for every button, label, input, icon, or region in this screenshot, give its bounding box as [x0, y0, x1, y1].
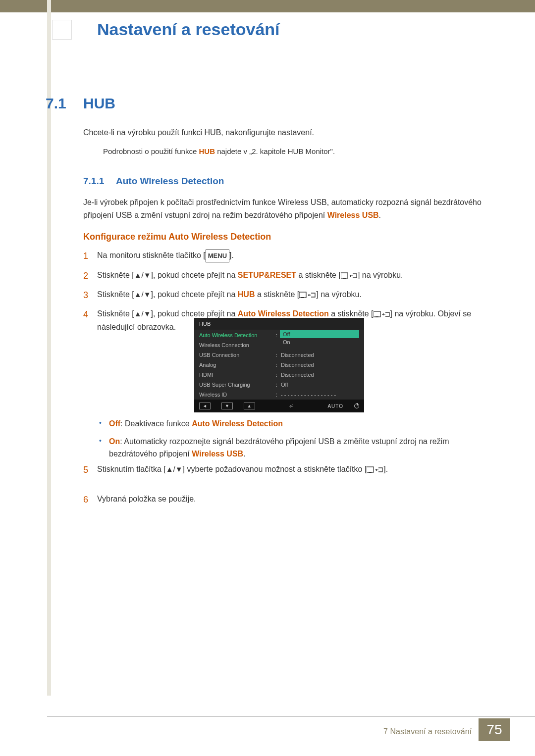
- step2-mid: ], pokud chcete přejít na: [151, 271, 238, 279]
- svg-rect-2: [299, 292, 306, 298]
- bullet-off-bold2: Auto Wireless Detection: [192, 419, 283, 428]
- section-title: HUB: [83, 95, 115, 112]
- subsec-text-bold: Wireless USB: [327, 211, 379, 219]
- svg-rect-0: [341, 273, 348, 278]
- step5-mid: ] vyberte požadovanou možnost a stisknět…: [183, 465, 367, 473]
- svg-rect-4: [374, 311, 380, 317]
- step-num: 6: [83, 492, 88, 507]
- section-intro: Chcete-li na výrobku použít funkci HUB, …: [83, 127, 490, 139]
- subsec-text-pre: Je-li výrobek připojen k počítači prostř…: [83, 198, 482, 219]
- power-icon: [354, 403, 359, 408]
- bullet-on: On: Automaticky rozpoznejte signál bezdr…: [97, 435, 490, 460]
- step2-post2: ] na výrobku.: [358, 271, 403, 279]
- osd-row-analog: Analog:Disconnected: [194, 360, 364, 370]
- step3-bold: HUB: [238, 290, 255, 299]
- step3-post1: a stiskněte [: [255, 290, 299, 299]
- subsection-title: Auto Wireless Detection: [116, 176, 224, 187]
- bullet-on-bold2: Wireless USB: [192, 450, 243, 458]
- footer-chapter: 7 Nastavení a resetování: [383, 727, 472, 736]
- step-3: 3 Stiskněte [▲/▼], pokud chcete přejít n…: [83, 288, 490, 301]
- subsection-text: Je-li výrobek připojen k počítači prostř…: [83, 196, 490, 221]
- osd-footer: ◄ ▼ ▲ ⏎ AUTO: [194, 400, 364, 412]
- osd-val: Disconnected: [281, 352, 359, 358]
- bullet-off: Off: Deaktivace funkce Auto Wireless Det…: [97, 417, 490, 430]
- section-number: 7.1: [46, 95, 66, 112]
- bullet-off-mid: : Deaktivace funkce: [120, 419, 192, 428]
- osd-row-hdmi: HDMI:Disconnected: [194, 370, 364, 380]
- step6-text: Vybraná položka se použije.: [97, 495, 196, 503]
- step5-pre: Stisknutím tlačítka [: [97, 465, 166, 473]
- svg-rect-5: [375, 316, 378, 317]
- step5-post: ].: [383, 465, 388, 473]
- osd-option-on: On: [280, 338, 359, 346]
- page-number: 75: [479, 718, 510, 741]
- bullet-on-mid: : Automaticky rozpoznejte signál bezdrát…: [109, 437, 449, 458]
- step4-mid: ], pokud chcete přejít na: [151, 309, 238, 318]
- osd-val: Disconnected: [281, 372, 359, 378]
- svg-rect-3: [301, 297, 304, 298]
- osd-val: - - - - - - - - - - - - - - - - -: [281, 392, 359, 398]
- chapter-title: Nastavení a resetování: [97, 20, 280, 39]
- enter-icon: ⏎: [289, 403, 293, 409]
- step4-bold: Auto Wireless Detection: [238, 309, 329, 318]
- top-stripe: [0, 0, 535, 12]
- source-enter-icon: [367, 466, 383, 473]
- osd-title: HUB: [194, 318, 364, 330]
- osd-label: Wireless Connection: [199, 342, 276, 348]
- osd-label: Wireless ID: [199, 392, 276, 398]
- source-enter-icon: [299, 292, 316, 299]
- bullet-on-bold: On: [109, 437, 120, 446]
- osd-row-usb-conn: USB Connection:Disconnected: [194, 350, 364, 360]
- osd-screenshot: HUB Auto Wireless Detection: Wireless Co…: [194, 318, 364, 412]
- osd-row-usb-charging: USB Super Charging:Off: [194, 380, 364, 390]
- osd-val: Off: [281, 382, 359, 388]
- step-2: 2 Stiskněte [▲/▼], pokud chcete přejít n…: [83, 268, 490, 282]
- osd-row-wireless-id: Wireless ID:- - - - - - - - - - - - - - …: [194, 390, 364, 400]
- osd-option-popup: Off On: [280, 330, 359, 346]
- bullet-off-bold: Off: [109, 419, 120, 428]
- step4-post1: a stiskněte [: [329, 309, 374, 318]
- auto-label: AUTO: [327, 403, 343, 409]
- nav-left-icon: ◄: [199, 403, 211, 409]
- step2-post1: a stiskněte [: [296, 271, 341, 279]
- step-num: 2: [83, 268, 88, 284]
- note-hub: HUB: [199, 147, 215, 155]
- step4-pre: Stiskněte [: [97, 309, 134, 318]
- subsec-text-post: .: [379, 211, 381, 219]
- step-num: 1: [83, 249, 88, 264]
- subsection-number: 7.1.1: [83, 176, 104, 187]
- config-title: Konfigurace režimu Auto Wireless Detecti…: [83, 232, 271, 242]
- osd-val: Disconnected: [281, 362, 359, 368]
- step3-post2: ] na výrobku.: [316, 290, 362, 299]
- step-num: 5: [83, 462, 88, 478]
- step3-mid: ], pokud chcete přejít na: [151, 290, 238, 299]
- step1-pre: Na monitoru stiskněte tlačítko [: [97, 251, 206, 259]
- step-num: 3: [83, 288, 88, 303]
- osd-label: Analog: [199, 362, 276, 368]
- bullet-list: Off: Deaktivace funkce Auto Wireless Det…: [97, 417, 490, 465]
- step1-post: ].: [229, 251, 234, 259]
- note-post: najdete v „2. kapitole HUB Monitor".: [215, 147, 335, 155]
- up-down-icon: ▲/▼: [166, 465, 183, 473]
- bullet-on-post: .: [243, 450, 245, 458]
- nav-up-icon: ▲: [244, 403, 255, 409]
- osd-option-off: Off: [280, 330, 359, 338]
- step-6: 6 Vybraná položka se použije.: [83, 492, 535, 505]
- step3-pre: Stiskněte [: [97, 290, 134, 299]
- osd-label: USB Super Charging: [199, 382, 276, 388]
- step-1: 1 Na monitoru stiskněte tlačítko [MENU].: [83, 249, 490, 262]
- svg-rect-1: [343, 278, 346, 279]
- source-enter-icon: [341, 272, 358, 279]
- up-down-icon: ▲/▼: [134, 309, 151, 318]
- osd-label: HDMI: [199, 372, 276, 378]
- svg-rect-7: [369, 472, 372, 473]
- step-num: 4: [83, 307, 88, 322]
- osd-label: Auto Wireless Detection: [199, 332, 276, 338]
- up-down-icon: ▲/▼: [134, 271, 151, 279]
- nav-down-icon: ▼: [221, 403, 233, 409]
- note-text: Podrobnosti o použití funkce HUB najdete…: [83, 146, 490, 157]
- step2-pre: Stiskněte [: [97, 271, 134, 279]
- footer-rule: [47, 716, 535, 717]
- svg-rect-6: [367, 467, 374, 472]
- up-down-icon: ▲/▼: [134, 290, 151, 299]
